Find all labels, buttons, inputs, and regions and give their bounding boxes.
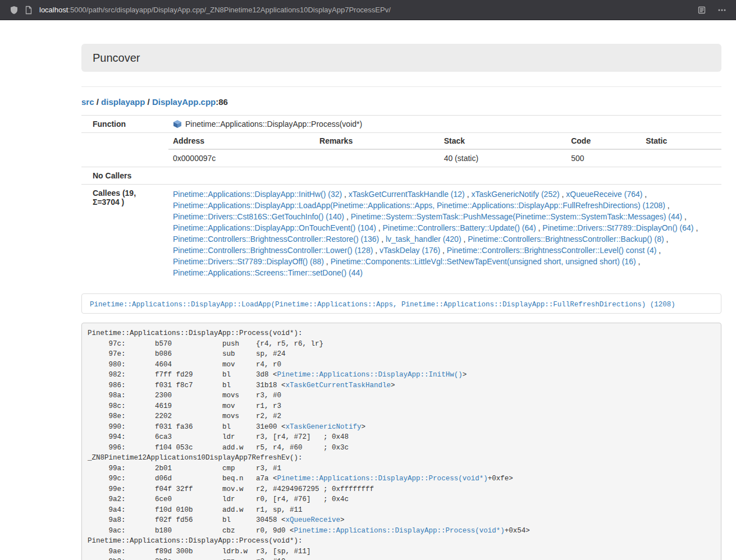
callee-link[interactable]: Pinetime::Drivers::St7789::DisplayOn() (… <box>542 223 693 232</box>
code-symbol-link[interactable]: xTaskGenericNotify <box>286 423 362 431</box>
callee-link[interactable]: Pinetime::Applications::Screens::Timer::… <box>173 268 363 277</box>
breadcrumb: src / displayapp / DisplayApp.cpp:86 <box>81 97 721 107</box>
reader-view-icon[interactable] <box>694 3 709 17</box>
callee-link[interactable]: lv_task_handler (420) <box>386 235 461 244</box>
callee-link[interactable]: Pinetime::Drivers::St7789::DisplayOff() … <box>173 257 324 266</box>
col-remarks: Remarks <box>315 133 440 149</box>
callee-link[interactable]: Pinetime::Components::LittleVgl::SetNewT… <box>331 257 636 266</box>
callee-link[interactable]: xTaskGetCurrentTaskHandle (12) <box>349 190 465 199</box>
function-row-label: Function <box>81 116 168 133</box>
col-address: Address <box>168 133 315 149</box>
divider <box>81 86 721 87</box>
cell-static <box>641 149 721 167</box>
callees-row: Callees (19, Σ=3704 ) Pinetime::Applicat… <box>81 185 721 283</box>
callee-link[interactable]: Pinetime::Controllers::BrightnessControl… <box>447 246 656 255</box>
callee-link[interactable]: Pinetime::Controllers::Battery::Update()… <box>383 223 536 232</box>
highlighted-callee-panel: Pinetime::Applications::DisplayApp::Load… <box>81 293 721 314</box>
disassembly-code: Pinetime::Applications::DisplayApp::Proc… <box>81 323 721 560</box>
breadcrumb-link[interactable]: DisplayApp.cpp <box>152 97 216 107</box>
cell-remarks <box>315 149 440 167</box>
code-symbol-link[interactable]: Pinetime::Applications::DisplayApp::Init… <box>277 371 463 379</box>
callees-label: Callees (19, Σ=3704 ) <box>81 185 168 283</box>
cell-address: 0x0000097c <box>168 149 315 167</box>
callee-link[interactable]: Pinetime::Controllers::BrightnessControl… <box>173 235 379 244</box>
cell-code: 500 <box>566 149 641 167</box>
col-code: Code <box>566 133 641 149</box>
url-path: :5000/path/src/displayapp/DisplayApp.cpp… <box>68 6 391 14</box>
callee-link[interactable]: xQueueReceive (764) <box>566 190 642 199</box>
callee-link[interactable]: Pinetime::Controllers::BrightnessControl… <box>173 246 373 255</box>
stats-row: Address Remarks Stack Code Static 0x0000… <box>81 133 721 167</box>
callee-link[interactable]: vTaskDelay (176) <box>380 246 440 255</box>
toolbar-right-icons <box>694 3 729 17</box>
function-stats-table: Address Remarks Stack Code Static 0x0000… <box>168 133 721 167</box>
code-symbol-link[interactable]: Pinetime::Applications::DisplayApp::Proc… <box>277 475 488 483</box>
callee-link[interactable]: Pinetime::Applications::DisplayApp::Init… <box>173 190 342 199</box>
browser-toolbar: localhost:5000/path/src/displayapp/Displ… <box>0 0 736 20</box>
code-symbol-link[interactable]: xQueueReceive <box>286 516 341 524</box>
page-container: Puncover src / displayapp / DisplayApp.c… <box>81 44 721 560</box>
app-header-banner: Puncover <box>81 44 721 72</box>
col-stack: Stack <box>440 133 567 149</box>
function-name: Pinetime::Applications::DisplayApp::Proc… <box>185 120 362 128</box>
url-bar[interactable]: localhost:5000/path/src/displayapp/Displ… <box>39 6 694 14</box>
highlighted-callee-link[interactable]: Pinetime::Applications::DisplayApp::Load… <box>90 301 675 309</box>
page-info-icon[interactable] <box>21 3 36 17</box>
callee-link[interactable]: Pinetime::Drivers::Cst816S::GetTouchInfo… <box>173 212 344 221</box>
col-static: Static <box>641 133 721 149</box>
no-callers-label: No Callers <box>81 167 168 185</box>
url-host: localhost <box>39 6 68 14</box>
function-row: Function Pinetime::Applications::Display… <box>81 116 721 133</box>
callee-link[interactable]: xTaskGenericNotify (252) <box>471 190 559 199</box>
function-table: Function Pinetime::Applications::Display… <box>81 115 721 282</box>
page-actions-icon[interactable] <box>715 3 729 17</box>
function-icon <box>173 120 182 128</box>
code-symbol-link[interactable]: Pinetime::Applications::DisplayApp::Proc… <box>294 527 505 535</box>
callee-link[interactable]: Pinetime::Controllers::BrightnessControl… <box>468 235 664 244</box>
app-title: Puncover <box>93 52 140 64</box>
callee-link[interactable]: Pinetime::Applications::DisplayApp::Load… <box>173 201 665 210</box>
no-callers-row: No Callers <box>81 167 721 185</box>
stats-value-row: 0x0000097c 40 (static) 500 <box>168 149 721 167</box>
callee-link[interactable]: Pinetime::Applications::DisplayApp::OnTo… <box>173 223 376 232</box>
cell-stack: 40 (static) <box>440 149 567 167</box>
callees-list: Pinetime::Applications::DisplayApp::Init… <box>168 185 721 283</box>
callee-link[interactable]: Pinetime::System::SystemTask::PushMessag… <box>351 212 683 221</box>
breadcrumb-link[interactable]: src <box>81 97 94 107</box>
code-symbol-link[interactable]: xTaskGetCurrentTaskHandle <box>286 382 391 389</box>
breadcrumb-link[interactable]: displayapp <box>101 97 145 107</box>
shield-icon[interactable] <box>7 3 21 17</box>
stats-header-row: Address Remarks Stack Code Static <box>168 133 721 149</box>
